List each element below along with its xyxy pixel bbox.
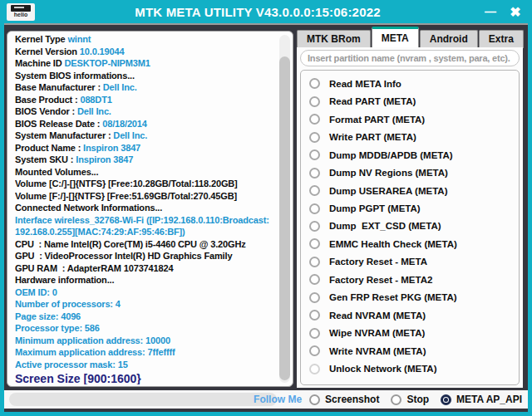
tab-android[interactable]: Android (420, 30, 478, 48)
action-read-meta-info[interactable]: Read META Info (309, 77, 519, 91)
log-line: Page size: 4096 (15, 311, 274, 323)
action-write-nvram-meta[interactable]: Write NVRAM (META) (309, 345, 519, 358)
log-value: Screen Size [900:1600} (15, 372, 141, 384)
log-line: Processor type: 586 (15, 322, 274, 335)
action-label: Dump EXT_CSD (META) (329, 221, 441, 231)
action-label: Read PART (META) (329, 96, 416, 106)
mode-label: META AP_API (456, 394, 522, 405)
log-value: winnt (67, 34, 91, 44)
log-line: Connected Network Informations... (15, 202, 274, 214)
log-label: Volume [C:/]-[]{NTFS} [Free:10.28GB/Tota… (15, 179, 238, 188)
system-log-panel: Kernel Type winntKernel Version 10.0.190… (7, 31, 293, 387)
mode-screenshot[interactable]: Screenshot (309, 394, 379, 405)
title-bar: helio MTK META UTILITY V43.0.0.0:15:06:2… (0, 0, 532, 23)
log-label: System Manufacturer : (15, 130, 113, 140)
radio-icon (309, 203, 320, 214)
action-factory-reset-meta[interactable]: Factory Reset - META (309, 255, 519, 268)
log-value: 08/18/2014 (102, 119, 147, 129)
mode-label: Screenshot (325, 394, 379, 405)
log-line: Hardware information... (15, 274, 274, 286)
radio-icon (309, 257, 320, 267)
action-write-part-meta[interactable]: Write PART (META) (309, 130, 519, 144)
radio-icon (309, 364, 320, 374)
radio-icon (309, 274, 320, 285)
close-button[interactable]: ✖ (505, 4, 525, 20)
log-line: CPU : Name Intel(R) Core(TM) i5-4460 CPU… (15, 238, 274, 251)
log-value: Minimum application address: 10000 (15, 335, 170, 345)
bottom-radio-group: ScreenshotStopMETA AP_API (309, 394, 522, 405)
meta-actions-list: Read META InfoRead PART (META)Format PAR… (300, 70, 520, 385)
action-label: Dump MDDB/APDB (META) (329, 150, 453, 160)
partition-name-input[interactable] (300, 50, 520, 66)
tab-meta[interactable]: META (372, 27, 419, 48)
radio-icon (309, 149, 320, 160)
log-value: Page size: 4096 (15, 311, 81, 321)
log-label: Product Name : (15, 143, 83, 153)
log-line: GPU RAM : AdapterRAM 1073741824 (15, 262, 274, 275)
mode-stop[interactable]: Stop (391, 394, 429, 405)
chip-icon (11, 5, 31, 12)
action-gen-frp-reset-pkg-meta[interactable]: Gen FRP Reset PKG (META) (309, 291, 519, 304)
action-emmc-health-check-meta[interactable]: EMMC Health Check (META) (309, 237, 519, 251)
action-label: Read META Info (329, 79, 401, 89)
action-dump-nv-regions-meta[interactable]: Dump NV Regions (META) (309, 166, 519, 179)
log-line: Kernel Version 10.0.19044 (15, 46, 274, 58)
log-scrollbar-track[interactable] (279, 35, 290, 383)
log-scrollbar-thumb[interactable] (279, 56, 290, 380)
log-value: Dell Inc. (113, 130, 147, 140)
action-dump-mddb-apdb-meta[interactable]: Dump MDDB/APDB (META) (309, 149, 519, 162)
radio-icon (309, 328, 320, 339)
action-factory-reset-meta2[interactable]: Factory Reset - META2 (309, 273, 519, 286)
log-line: GPU : VideoProcessor Intel(R) HD Graphic… (15, 250, 274, 262)
action-label: Write PART (META) (329, 132, 416, 142)
log-value: Dell Inc. (77, 106, 111, 116)
log-label: CPU : Name Intel(R) Core(TM) i5-4460 CPU… (15, 239, 246, 249)
action-dump-pgpt-meta[interactable]: Dump PGPT (META) (309, 202, 519, 215)
action-label: Dump USERAREA (META) (329, 186, 447, 196)
tab-extra[interactable]: Extra (479, 30, 524, 48)
log-label: System BIOS informations... (15, 71, 135, 81)
action-label: Unlock Network (META) (329, 364, 437, 374)
bottom-controls: Follow Me ScreenshotStopMETA AP_API (254, 390, 522, 409)
action-dump-userarea-meta[interactable]: Dump USERAREA (META) (309, 184, 519, 198)
mode-meta-ap-api[interactable]: META AP_API (441, 394, 522, 405)
action-label: Gen FRP Reset PKG (META) (329, 292, 457, 302)
log-value: Inspiron 3847 (76, 154, 133, 164)
log-line: Mounted Volumes... (15, 166, 274, 179)
action-label: Dump PGPT (META) (329, 203, 421, 213)
log-line: System Manufacturer : Dell Inc. (15, 130, 274, 142)
log-value: Processor type: 586 (15, 323, 100, 333)
log-line: BIOS Release Date : 08/18/2014 (15, 118, 274, 130)
log-value: Maximum application address: 7ffeffff (15, 347, 175, 357)
action-label: EMMC Health Check (META) (329, 239, 457, 249)
meta-tab-panel: Read META InfoRead PART (META)Format PAR… (297, 47, 523, 388)
log-label: System SKU : (15, 154, 76, 164)
log-label: Machine ID (15, 58, 64, 68)
log-label: Kernel Version (15, 46, 80, 56)
radio-icon (309, 96, 320, 107)
log-label: Mounted Volumes... (15, 167, 98, 177)
action-read-part-meta[interactable]: Read PART (META) (309, 95, 519, 108)
log-line: System BIOS informations... (15, 70, 274, 82)
log-value: 088DT1 (80, 95, 111, 105)
log-label: BIOS Release Date : (15, 119, 102, 129)
radio-icon (309, 78, 320, 89)
log-line: Product Name : Inspiron 3847 (15, 142, 274, 154)
action-read-nvram-meta[interactable]: Read NVRAM (META) (309, 309, 519, 322)
tab-mtk-brom[interactable]: MTK BRom (297, 30, 371, 48)
action-label: Factory Reset - META (329, 257, 427, 267)
follow-me-link[interactable]: Follow Me (254, 394, 302, 405)
log-label: GPU : VideoProcessor Intel(R) HD Graphic… (15, 251, 232, 261)
minimize-button[interactable]: — (480, 5, 500, 18)
log-label: Volume [F:/]-[]{NTFS} [Free:51.69GB/Tota… (15, 191, 237, 201)
log-value: Number of processors: 4 (15, 299, 121, 309)
app-window: helio MTK META UTILITY V43.0.0.0:15:06:2… (0, 0, 532, 416)
action-dump-ext-csd-meta[interactable]: Dump EXT_CSD (META) (309, 219, 519, 232)
radio-icon (309, 114, 320, 125)
radio-icon (441, 394, 451, 405)
action-format-part-meta[interactable]: Format PART (META) (309, 113, 519, 126)
radio-icon (309, 221, 320, 232)
main-area: Kernel Type winntKernel Version 10.0.190… (4, 23, 528, 412)
action-wipe-nvram-meta[interactable]: Wipe NVRAM (META) (309, 326, 519, 340)
log-label: Hardware information... (15, 275, 114, 285)
